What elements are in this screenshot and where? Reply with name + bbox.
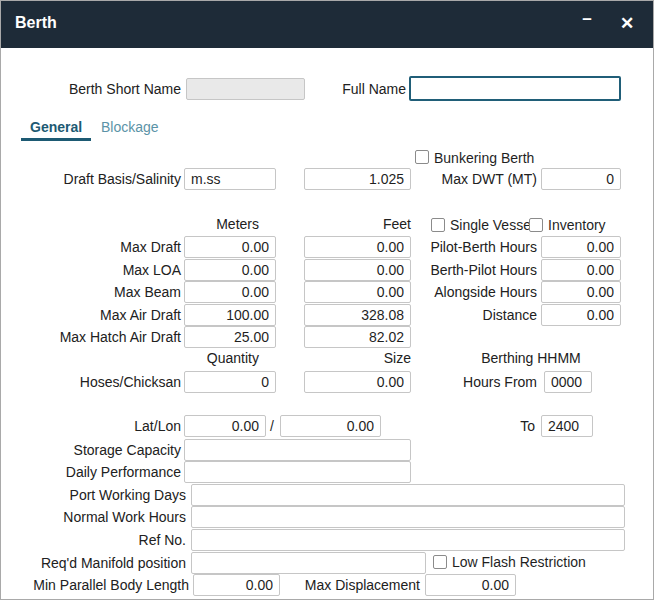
berth-pilot-hours-input[interactable] (541, 259, 621, 281)
draft-basis-input[interactable] (184, 168, 276, 190)
lat-input[interactable] (184, 415, 266, 437)
single-vessel-label: Single Vessel (450, 217, 534, 233)
max-hatch-air-draft-feet-input[interactable] (304, 326, 411, 348)
max-air-draft-meters-input[interactable] (184, 304, 276, 326)
alongside-hours-input[interactable] (541, 281, 621, 303)
max-beam-meters-input[interactable] (184, 281, 276, 303)
window-title: Berth (15, 14, 57, 32)
hoses-chicksan-label: Hoses/Chicksan (1, 374, 181, 390)
meters-column-header: Meters (159, 216, 259, 232)
distance-label: Distance (401, 307, 537, 323)
hoses-size-input[interactable] (304, 371, 411, 393)
berthing-hhmm-header: Berthing HHMM (451, 350, 611, 366)
storage-capacity-input[interactable] (184, 439, 411, 461)
max-dwt-label: Max DWT (MT) (437, 171, 537, 187)
to-input[interactable] (541, 415, 593, 437)
pilot-berth-hours-label: Pilot-Berth Hours (401, 239, 537, 255)
max-beam-feet-input[interactable] (304, 281, 411, 303)
max-draft-meters-input[interactable] (184, 236, 276, 258)
to-label: To (485, 418, 535, 434)
ref-no-label: Ref No. (1, 532, 186, 548)
max-loa-label: Max LOA (1, 262, 181, 278)
max-hatch-air-draft-meters-input[interactable] (184, 326, 276, 348)
max-displacement-input[interactable] (425, 574, 516, 596)
max-displacement-label: Max Displacement (301, 577, 420, 593)
tab-general[interactable]: General (21, 119, 91, 141)
full-name-input[interactable] (409, 76, 621, 101)
feet-column-header: Feet (311, 216, 411, 232)
tab-blockage[interactable]: Blockage (97, 119, 163, 141)
berth-pilot-hours-label: Berth-Pilot Hours (401, 262, 537, 278)
normal-work-hours-input[interactable] (191, 506, 625, 528)
port-working-days-input[interactable] (191, 484, 625, 506)
hours-from-input[interactable] (544, 371, 592, 393)
minimize-icon[interactable]: – (575, 9, 599, 29)
pilot-berth-hours-input[interactable] (541, 236, 621, 258)
bunkering-berth-checkbox[interactable] (415, 150, 429, 164)
port-working-days-label: Port Working Days (1, 487, 186, 503)
lon-input[interactable] (280, 415, 381, 437)
max-beam-label: Max Beam (1, 284, 181, 300)
hours-from-label: Hours From (437, 374, 537, 390)
normal-work-hours-label: Normal Work Hours (1, 509, 186, 525)
min-parallel-body-length-label: Min Parallel Body Length (1, 577, 189, 593)
storage-capacity-label: Storage Capacity (1, 442, 181, 458)
low-flash-restriction-label: Low Flash Restriction (452, 554, 586, 570)
reqd-manifold-position-input[interactable] (191, 552, 426, 574)
berth-dialog: Berth – ✕ Berth Short Name Full Name Gen… (0, 0, 654, 600)
full-name-label: Full Name (336, 81, 406, 97)
daily-performance-label: Daily Performance (1, 464, 181, 480)
max-dwt-input[interactable] (541, 168, 621, 190)
inventory-checkbox[interactable] (529, 218, 543, 232)
max-hatch-air-draft-label: Max Hatch Air Draft (1, 329, 181, 345)
reqd-manifold-position-label: Req'd Manifold position (1, 555, 186, 571)
lat-lon-separator: / (270, 418, 274, 434)
hoses-quantity-input[interactable] (184, 371, 276, 393)
max-loa-feet-input[interactable] (304, 259, 411, 281)
title-bar: Berth – ✕ (1, 1, 653, 48)
distance-input[interactable] (541, 304, 621, 326)
single-vessel-checkbox[interactable] (431, 218, 445, 232)
max-draft-label: Max Draft (1, 239, 181, 255)
berth-short-name-label: Berth Short Name (1, 81, 181, 97)
berth-short-name-input[interactable] (186, 78, 305, 100)
bunkering-berth-label: Bunkering Berth (434, 150, 534, 166)
min-parallel-body-length-input[interactable] (193, 574, 280, 596)
max-air-draft-label: Max Air Draft (1, 307, 181, 323)
close-icon[interactable]: ✕ (615, 13, 639, 34)
salinity-input[interactable] (304, 168, 411, 190)
alongside-hours-label: Alongside Hours (401, 284, 537, 300)
quantity-column-header: Quantity (159, 350, 259, 366)
ref-no-input[interactable] (191, 529, 625, 551)
low-flash-restriction-checkbox[interactable] (433, 555, 447, 569)
size-column-header: Size (311, 350, 411, 366)
lat-lon-label: Lat/Lon (1, 418, 181, 434)
max-draft-feet-input[interactable] (304, 236, 411, 258)
inventory-label: Inventory (548, 217, 606, 233)
daily-performance-input[interactable] (184, 461, 411, 483)
draft-basis-salinity-label: Draft Basis/Salinity (1, 171, 181, 187)
max-loa-meters-input[interactable] (184, 259, 276, 281)
max-air-draft-feet-input[interactable] (304, 304, 411, 326)
